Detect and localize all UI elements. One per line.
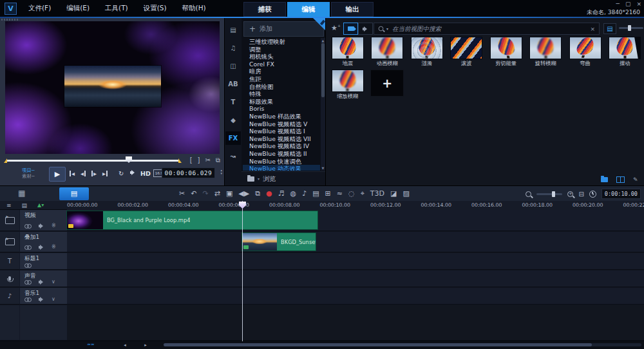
effect-thumbnail[interactable]	[609, 37, 640, 59]
motion-path-library-icon[interactable]: ↝	[225, 149, 241, 163]
link-icon[interactable]	[24, 297, 32, 301]
list-view-button[interactable]: ▤	[603, 23, 616, 34]
menu-item[interactable]: 工具(T)	[97, 4, 136, 13]
overlay-clip-preview[interactable]	[64, 66, 161, 107]
menu-item[interactable]: 设置(S)	[136, 4, 175, 13]
effect-category-item[interactable]: NewBlue 视频精选 VII	[243, 135, 320, 143]
effect-category-item[interactable]: NewBlue 视频精选 I	[243, 127, 320, 135]
menu-item[interactable]: 帮助(H)	[175, 4, 214, 13]
pin-panel-icon[interactable]	[313, 18, 326, 31]
edit-icon[interactable]: ✎	[633, 176, 639, 183]
timecode-spinner[interactable]: ▴▾	[220, 169, 222, 175]
overlay-track-header[interactable]: 叠加1 ※	[19, 232, 67, 252]
overlay-track-lane[interactable]: BKGD_Sunset.jpg	[67, 232, 644, 252]
painting-creator-icon[interactable]: ◪	[390, 187, 397, 200]
preview-timecode[interactable]: 00:00:06.029	[162, 167, 215, 178]
go-start-button[interactable]: ◂	[70, 167, 75, 180]
search-input[interactable]	[391, 24, 586, 33]
timeline-ruler[interactable]: 00:00:00.0000:00:02.0000:00:04.0000:00:0…	[67, 201, 644, 211]
split-clip-icon[interactable]: ◀▶	[238, 187, 249, 200]
scrollbar-thumb[interactable]	[321, 43, 325, 97]
link-icon[interactable]	[24, 224, 32, 228]
effect-thumbnail[interactable]	[530, 37, 561, 59]
filter-library-icon[interactable]: FX	[225, 131, 241, 145]
drawing-icon[interactable]: ▨	[402, 187, 409, 200]
effect-category-item[interactable]: NewBlue 快速调色	[243, 158, 320, 165]
effect-thumbnail[interactable]	[332, 37, 363, 59]
thumbnail-size-slider[interactable]	[619, 27, 643, 29]
audio-library-icon[interactable]: ♫	[225, 41, 241, 55]
link-icon[interactable]	[24, 263, 32, 267]
batch-convert-icon[interactable]: ⧉	[255, 187, 260, 200]
workspace-tab[interactable]: 捕获	[243, 2, 286, 17]
add-track-icon[interactable]: ▲▾	[37, 202, 44, 208]
scroll-down-icon[interactable]: ▼	[321, 166, 325, 170]
preview-screen[interactable]	[5, 21, 220, 154]
effect-thumbnail[interactable]	[332, 70, 363, 91]
title-library-icon[interactable]: AB	[225, 77, 241, 91]
effect-earthquake[interactable]: 地震	[330, 37, 366, 67]
voice-track-lane[interactable]	[67, 270, 644, 287]
mute-track-icon[interactable]	[39, 279, 44, 285]
video-clip[interactable]: BG_Black and Purple Loop.mp4	[67, 211, 317, 229]
close-button[interactable]: ×	[636, 1, 641, 7]
effect-category-item[interactable]: 自然绘图	[243, 83, 320, 91]
effect-category-item[interactable]: 焦距	[243, 75, 320, 83]
mask-creator-icon[interactable]: ◌	[348, 187, 355, 200]
track-manager-icon[interactable]: ≡	[6, 202, 12, 209]
transition-library-icon[interactable]: ◫	[225, 59, 241, 73]
mark-out-button[interactable]: ]	[198, 156, 200, 164]
motion-tracking-icon[interactable]: ≈	[337, 187, 343, 200]
prev-frame-button[interactable]: ◂	[80, 167, 86, 180]
audio-filter-toggle[interactable]	[358, 23, 373, 35]
title-track-type-icon[interactable]: T	[0, 253, 19, 270]
effect-category-item[interactable]: NewBlue 视频精选 II	[243, 150, 320, 158]
effect-zoom-blur[interactable]: 缩放模糊	[330, 70, 366, 100]
project-duration[interactable]: 0:00:10.00	[601, 189, 641, 199]
browse-button[interactable]: ▾ 浏览	[242, 171, 326, 185]
undo-icon[interactable]: ↶	[191, 187, 196, 200]
video-track-type-icon[interactable]	[0, 210, 19, 231]
effect-category-item[interactable]: 标题效果	[243, 98, 320, 106]
loop-button[interactable]: ↻	[118, 167, 124, 180]
slider-thumb[interactable]	[628, 25, 631, 31]
expand-track-icon[interactable]: ∨	[52, 279, 55, 285]
slider-thumb[interactable]	[552, 191, 555, 197]
playhead-line[interactable]	[242, 201, 243, 341]
subtitle-editor-icon[interactable]: ▤	[312, 187, 319, 200]
waveform-toggle-icon[interactable]: ≈≈	[87, 343, 97, 347]
effect-category-item[interactable]: Boris	[243, 105, 320, 113]
split-clip-button[interactable]: ✂	[205, 156, 210, 164]
effect-spin-blur[interactable]: 旋转模糊	[527, 37, 564, 67]
voice-track-type-icon[interactable]	[0, 270, 19, 287]
effect-thumbnail[interactable]	[451, 37, 482, 59]
link-icon[interactable]	[24, 280, 32, 284]
video-filter-toggle[interactable]	[343, 23, 358, 35]
zoom-in-icon[interactable]: +	[567, 191, 573, 197]
trim-tools-icon[interactable]: ✂	[179, 187, 185, 200]
category-scrollbar[interactable]: ▲ ▼	[321, 38, 325, 171]
voice-track-header[interactable]: 声音 ∨	[19, 270, 67, 287]
effect-shear-energy[interactable]: 剪切能量	[488, 37, 524, 67]
video-track-lane[interactable]: BG_Black and Purple Loop.mp4	[67, 210, 644, 231]
music-track-header[interactable]: 音乐1 ∨	[19, 288, 67, 305]
video-track-header[interactable]: 视频 ※	[19, 210, 67, 231]
scroll-left-icon[interactable]: ◂	[121, 343, 129, 348]
mark-in-button[interactable]: [	[190, 156, 193, 164]
effect-category-item[interactable]: 特殊	[243, 90, 320, 98]
timeline-view-button[interactable]: ▤	[59, 187, 89, 200]
add-category-button[interactable]: + 添加	[243, 21, 324, 37]
auto-music-icon[interactable]: ♪	[302, 187, 307, 200]
library-view-icon[interactable]	[616, 176, 625, 183]
trim-track[interactable]	[6, 160, 179, 162]
effect-wiggle[interactable]: 摆动	[607, 37, 643, 67]
project-mode-button[interactable]: 项目─	[22, 167, 35, 173]
clear-search-icon[interactable]: ×	[590, 26, 595, 32]
effect-thumbnail[interactable]	[371, 70, 403, 96]
restore-button[interactable]: ▢	[625, 1, 631, 7]
trim-end-handle[interactable]	[178, 158, 182, 163]
overlay-clip[interactable]: BKGD_Sunset.jpg	[242, 233, 316, 250]
effect-warp[interactable]: 弯曲	[567, 37, 603, 67]
go-end-button[interactable]: ▸	[102, 167, 108, 180]
effect-category-item[interactable]: 暗房	[243, 68, 320, 75]
